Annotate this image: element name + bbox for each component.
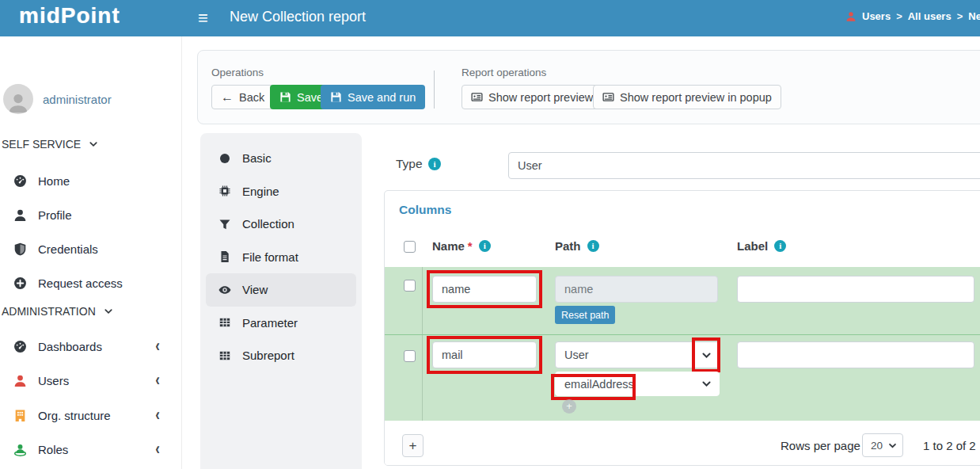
columns-table-header: Name* i Path i Label i (385, 227, 980, 267)
section-administration[interactable]: ADMINISTRATION (2, 305, 113, 318)
sidebar-item-home[interactable]: Home (0, 164, 182, 197)
column-header-path: Path i (555, 239, 599, 253)
column-header-name: Name* i (432, 239, 491, 253)
chevron-left-icon: ‹ (155, 370, 160, 391)
floppy-icon (279, 91, 291, 103)
breadcrumb: Users > All users > New Collection repor… (845, 10, 980, 22)
divider (422, 335, 423, 421)
sidebar: administrator SELF SERVICE Home Profile … (0, 36, 182, 469)
reset-path-button[interactable]: Reset path (555, 306, 615, 324)
tab-parameter[interactable]: Parameter (206, 307, 356, 340)
page-title: New Collection report (230, 9, 366, 25)
back-button-label: Back (239, 91, 264, 104)
toolbar-divider (434, 71, 435, 109)
sidebar-item-credentials[interactable]: Credentials (0, 232, 182, 265)
save-and-run-button-label: Save and run (348, 91, 416, 104)
sidebar-item-dashboards[interactable]: Dashboards ‹ (0, 330, 182, 363)
add-path-segment-icon[interactable]: + (562, 399, 576, 414)
chevron-down-icon (701, 379, 712, 389)
sidebar-item-org-structure[interactable]: Org. structure ‹ (0, 398, 182, 432)
save-and-run-button[interactable]: Save and run (321, 85, 425, 109)
column-label-input[interactable] (737, 276, 974, 303)
circle-icon (218, 151, 231, 165)
column-name-input[interactable] (432, 341, 537, 368)
breadcrumb-item-all-users[interactable]: All users (908, 10, 952, 22)
select-all-checkbox[interactable] (404, 241, 416, 253)
chevron-down-icon (888, 441, 897, 450)
info-icon[interactable]: i (587, 240, 599, 252)
required-mark: * (468, 239, 473, 253)
chevron-down-icon (89, 139, 98, 149)
tab-view[interactable]: View (206, 273, 356, 307)
preview-card-icon (602, 91, 614, 103)
info-icon[interactable]: i (428, 158, 441, 170)
sidebar-item-label: Users (38, 374, 69, 387)
header-label: Name (432, 239, 465, 253)
columns-table-footer: + Rows per page 20 1 to 2 of 2 (385, 421, 980, 466)
row-checkbox[interactable] (404, 280, 416, 292)
hamburger-menu-icon[interactable]: ≡ (198, 6, 208, 30)
chevron-left-icon: ‹ (155, 439, 160, 459)
sidebar-item-label: Request access (38, 276, 123, 290)
tab-collection[interactable]: Collection (206, 208, 356, 241)
shield-icon (13, 242, 27, 256)
show-report-preview-popup-button[interactable]: Show report preview in popup (593, 85, 781, 109)
tab-label: Engine (242, 185, 279, 198)
show-report-preview-label: Show report preview (488, 91, 593, 104)
columns-panel: Columns Name* i Path i Label i (384, 190, 980, 466)
section-label: ADMINISTRATION (2, 305, 96, 318)
tab-engine[interactable]: Engine (206, 175, 356, 208)
user-panel: administrator (3, 84, 112, 114)
tab-label: File format (242, 250, 298, 264)
tab-file-format[interactable]: File format (206, 241, 356, 274)
chevron-down-icon (104, 307, 113, 316)
back-button[interactable]: ← Back (211, 85, 274, 109)
info-icon[interactable]: i (479, 240, 491, 252)
divider (422, 267, 423, 334)
person-icon (13, 373, 27, 387)
sidebar-item-label: Dashboards (38, 340, 102, 353)
username[interactable]: administrator (43, 93, 112, 106)
table-row: Reset path (385, 267, 980, 334)
path-type-value: User (564, 349, 589, 361)
table-row: User emailAddress + (385, 334, 980, 421)
tab-label: Parameter (242, 316, 298, 330)
table-icon (218, 349, 231, 362)
annotation-box-path-item (551, 374, 636, 400)
tab-label: Basic (242, 151, 272, 165)
rows-per-page-select[interactable]: 20 (862, 433, 903, 457)
show-report-preview-popup-label: Show report preview in popup (620, 91, 772, 104)
sidebar-item-profile[interactable]: Profile (0, 198, 182, 231)
sidebar-item-label: Home (38, 174, 70, 188)
show-report-preview-button[interactable]: Show report preview (462, 85, 602, 109)
pagination-text: 1 to 2 of 2 (923, 439, 976, 452)
type-input[interactable] (508, 152, 980, 179)
role-person-icon (13, 442, 27, 456)
column-name-input[interactable] (432, 276, 537, 303)
header-label: Path (555, 239, 581, 253)
column-label-input[interactable] (737, 341, 974, 368)
avatar (3, 84, 33, 114)
breadcrumb-item-users[interactable]: Users (862, 10, 891, 22)
annotation-box-name-input (427, 336, 542, 374)
tab-basic[interactable]: Basic (206, 142, 356, 175)
tachometer-icon (13, 339, 27, 353)
breadcrumb-separator: > (957, 10, 963, 22)
tab-label: View (242, 283, 268, 296)
sidebar-item-users[interactable]: Users ‹ (0, 364, 182, 397)
sidebar-item-request-access[interactable]: Request access (0, 266, 182, 299)
add-column-button[interactable]: + (402, 434, 424, 457)
columns-panel-title: Columns (399, 203, 451, 217)
operations-toolbar: Operations ← Back Save Save and run Repo… (197, 50, 980, 124)
tab-subreport[interactable]: Subreport (206, 339, 356, 372)
rows-per-page-label: Rows per page (781, 439, 860, 452)
plus-circle-icon (13, 276, 27, 290)
midpoint-logo[interactable]: midPoint (19, 3, 120, 29)
info-icon[interactable]: i (774, 240, 786, 252)
floppy-icon (330, 91, 342, 103)
row-checkbox[interactable] (404, 350, 416, 362)
topbar: midPoint ≡ New Collection report Users >… (0, 0, 980, 36)
section-self-service[interactable]: SELF SERVICE (2, 138, 98, 151)
filter-icon (218, 217, 231, 231)
sidebar-item-roles[interactable]: Roles ‹ (0, 433, 182, 466)
